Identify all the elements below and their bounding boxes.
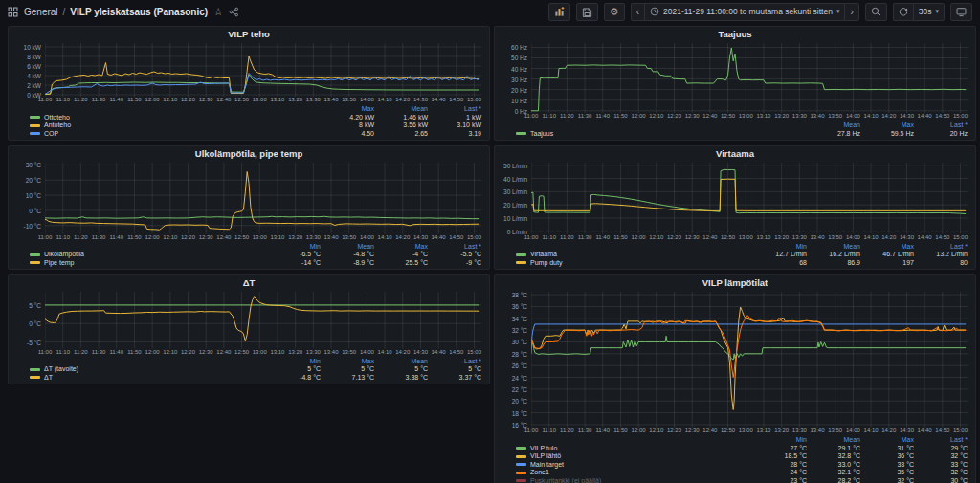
dashboard-settings-button[interactable]: ⚙ <box>604 3 625 21</box>
legend-value: 5 °C <box>428 365 481 374</box>
x-tick-label: 13:40 <box>810 113 824 119</box>
chart-svg <box>45 292 481 349</box>
legend-series-label[interactable]: ΔT <box>30 374 267 383</box>
legend-column-header[interactable]: Max <box>321 358 374 366</box>
legend-column-header[interactable]: Mean <box>807 121 860 130</box>
legend-series-label[interactable]: Puskuritankki (ei päällä) <box>516 477 753 483</box>
legend-series-label[interactable]: VILP tulo <box>516 445 753 453</box>
legend-column-header[interactable]: Last * <box>914 436 968 445</box>
panel-title[interactable]: Taajuus <box>495 29 975 42</box>
legend-series-label[interactable]: Antoteho <box>30 121 321 130</box>
x-tick-label: 11:40 <box>595 428 610 433</box>
chart-plot-area[interactable] <box>531 163 968 234</box>
x-tick-label: 12:30 <box>199 349 213 355</box>
legend-series-label[interactable]: Pipe temp <box>30 259 267 268</box>
refresh-interval-select[interactable]: 30s ▾ <box>913 3 945 21</box>
panel-title[interactable]: VILP lämpötilat <box>495 277 975 291</box>
y-tick-label: 36 °C <box>512 303 527 310</box>
time-range-picker[interactable]: 2021-11-29 11:00:00 to muutama sekunti s… <box>644 3 844 21</box>
legend-column-header[interactable]: Min <box>267 243 321 252</box>
legend-column-header[interactable]: Last * <box>428 243 481 252</box>
legend-column-header[interactable]: Max <box>860 121 914 130</box>
legend-column-header[interactable]: Min <box>753 436 807 445</box>
legend-column-header[interactable]: Last * <box>914 243 968 252</box>
legend-column-header[interactable]: Mean <box>374 105 428 114</box>
x-tick-label: 11:00 <box>38 234 53 240</box>
legend-value: 29 °C <box>914 445 968 453</box>
favorite-star-icon[interactable]: ☆ <box>213 7 223 17</box>
legend-column-header[interactable]: Min <box>753 243 807 252</box>
legend-column-header[interactable]: Max <box>860 243 914 252</box>
legend-value: 5 °C <box>321 365 374 374</box>
legend-column-header[interactable]: Last * <box>428 358 481 366</box>
time-range-forward-button[interactable]: › <box>844 3 858 21</box>
chart-plot-area[interactable] <box>45 163 481 234</box>
legend-column-header[interactable]: Last * <box>428 105 481 114</box>
x-tick-label: 11:10 <box>542 113 556 119</box>
legend-series-label[interactable]: Main target <box>516 461 753 470</box>
legend-series-label[interactable]: COP <box>30 130 321 139</box>
share-icon[interactable] <box>229 7 239 17</box>
legend-spacer <box>30 105 321 114</box>
x-tick-label: 15:00 <box>467 234 481 240</box>
series-line <box>45 75 479 95</box>
y-tick-label: 40 Hz <box>511 65 527 72</box>
dashboards-grid-icon[interactable] <box>8 7 18 17</box>
series-line <box>531 307 966 409</box>
panel-title[interactable]: ΔT <box>9 277 489 291</box>
legend-series-label[interactable]: ΔT (tavoite) <box>30 365 267 374</box>
legend-series-label[interactable]: Ulkolämpötila <box>30 251 267 259</box>
series-color-swatch <box>30 124 40 127</box>
x-tick-label: 12:40 <box>216 234 231 240</box>
legend-value: -5.5 °C <box>428 251 481 259</box>
refresh-button[interactable] <box>893 3 913 21</box>
legend-column-header[interactable]: Min <box>267 358 321 366</box>
panel-title[interactable]: Ulkolämpötila, pipe temp <box>9 148 489 162</box>
legend-series-label[interactable]: Pump duty <box>516 259 753 268</box>
chart-plot-area[interactable] <box>45 43 481 97</box>
legend-column-header[interactable]: Mean <box>807 436 860 445</box>
chart-plot-area[interactable] <box>45 292 481 349</box>
legend-value: 86.9 <box>807 259 860 268</box>
legend-series-label[interactable]: Zone1 <box>516 469 753 477</box>
x-tick-label: 12:20 <box>667 234 681 240</box>
legend-column-header[interactable]: Mean <box>374 358 428 366</box>
save-dashboard-button[interactable] <box>576 3 598 21</box>
legend-column-header[interactable]: Max <box>860 436 914 445</box>
legend: MinMeanMaxLast *VILP tulo27 °C29.1 °C31 … <box>495 436 975 483</box>
panel-title[interactable]: VILP teho <box>9 29 489 42</box>
chart-plot-area[interactable] <box>531 43 968 113</box>
add-panel-button[interactable] <box>548 3 570 21</box>
zoom-out-time-button[interactable] <box>865 3 887 21</box>
legend-series-label[interactable]: VILP lähtö <box>516 452 753 461</box>
x-tick-label: 12:30 <box>685 234 700 240</box>
legend-spacer <box>30 358 267 366</box>
breadcrumb-title[interactable]: VILP yleiskatsaus (Panasonic) <box>70 7 208 17</box>
legend-value: 33 °C <box>860 461 914 470</box>
x-tick-label: 12:50 <box>234 234 249 240</box>
chart-area: 0 kW2 kW4 kW6 kW8 kW10 kW <box>9 42 489 97</box>
legend-series-label[interactable]: Taajuus <box>516 130 807 139</box>
legend-series-label[interactable]: Virtaama <box>516 251 753 259</box>
legend-value: -4 °C <box>374 251 428 259</box>
x-tick-label: 13:30 <box>306 234 321 240</box>
add-panel-icon <box>554 7 565 17</box>
legend-column-header[interactable]: Last * <box>914 121 968 130</box>
legend-series-label[interactable]: Ottoteho <box>30 114 321 122</box>
legend-column-header[interactable]: Max <box>374 243 428 252</box>
y-axis: 0 L/min10 L/min20 L/min30 L/min40 L/min5… <box>499 163 531 234</box>
panel-title[interactable]: Virtaama <box>495 148 975 162</box>
breadcrumb-section[interactable]: General <box>24 7 58 17</box>
x-tick-label: 11:30 <box>92 349 106 355</box>
cycle-view-mode-button[interactable] <box>950 3 972 21</box>
legend-column-header[interactable]: Mean <box>321 243 374 252</box>
legend-column-header[interactable]: Max <box>321 105 374 114</box>
x-axis: 11:0011:1011:2011:3011:4011:5012:0012:10… <box>531 113 968 121</box>
chart-plot-area[interactable] <box>531 292 968 428</box>
legend-value: 27.8 Hz <box>807 130 860 139</box>
x-tick-label: 11:40 <box>109 234 123 240</box>
x-tick-label: 11:00 <box>524 113 539 119</box>
x-tick-label: 11:10 <box>542 234 556 240</box>
time-range-back-button[interactable]: ‹ <box>631 3 644 21</box>
legend-column-header[interactable]: Mean <box>807 243 860 252</box>
